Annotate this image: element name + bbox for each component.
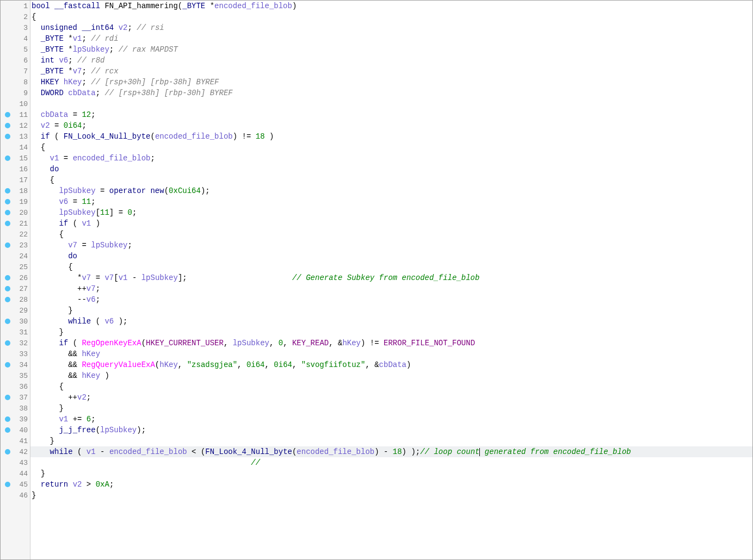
code-line[interactable]: --v6; <box>30 294 752 305</box>
code-line[interactable]: { <box>30 262 752 272</box>
gutter-line[interactable]: 15 <box>1 153 30 164</box>
breakpoint-icon[interactable] <box>5 188 10 194</box>
gutter-line[interactable]: 24 <box>1 251 30 262</box>
code-line[interactable]: if ( RegOpenKeyExA(HKEY_CURRENT_USER, lp… <box>30 338 752 349</box>
code-line[interactable]: v7 = lpSubkey; <box>30 240 752 251</box>
code-line[interactable]: HKEY hKey; // [rsp+30h] [rbp-38h] BYREF <box>30 77 752 88</box>
code-area[interactable]: bool __fastcall FN_API_hammering(_BYTE *… <box>30 1 752 559</box>
code-line[interactable]: { <box>30 229 752 240</box>
breakpoint-icon[interactable] <box>5 319 10 324</box>
code-line[interactable]: int v6; // r8d <box>30 55 752 66</box>
code-line[interactable]: lpSubkey[11] = 0; <box>30 207 752 218</box>
code-line[interactable] <box>30 98 752 109</box>
code-line[interactable]: } <box>30 468 752 479</box>
code-line[interactable]: do <box>30 251 752 262</box>
code-line[interactable]: { <box>30 142 752 153</box>
code-line[interactable]: v6 = 11; <box>30 196 752 207</box>
breakpoint-icon[interactable] <box>5 482 10 487</box>
code-line[interactable]: } <box>30 305 752 316</box>
code-line[interactable]: v2 = 0i64; <box>30 120 752 131</box>
gutter-line[interactable]: 16 <box>1 164 30 175</box>
code-line[interactable]: *v7 = v7[v1 - lpSubkey]; // Generate Sub… <box>30 272 752 283</box>
breakpoint-icon[interactable] <box>5 427 10 433</box>
breakpoint-icon[interactable] <box>5 242 10 248</box>
gutter-line[interactable]: 7 <box>1 66 30 77</box>
gutter-line[interactable]: 41 <box>1 435 30 446</box>
gutter-line[interactable]: 14 <box>1 142 30 153</box>
code-line[interactable]: while ( v1 - encoded_file_blob < (FN_Loo… <box>30 446 752 457</box>
gutter-line[interactable]: 9 <box>1 88 30 98</box>
gutter-line[interactable]: 44 <box>1 468 30 479</box>
gutter-line[interactable]: 36 <box>1 381 30 392</box>
code-line[interactable]: { <box>30 11 752 22</box>
gutter-line[interactable]: 35 <box>1 370 30 381</box>
code-line[interactable]: if ( FN_Look_4_Null_byte(encoded_file_bl… <box>30 131 752 142</box>
breakpoint-icon[interactable] <box>5 416 10 422</box>
gutter-line[interactable]: 26 <box>1 272 30 283</box>
code-line[interactable]: } <box>30 403 752 414</box>
code-line[interactable]: } <box>30 435 752 446</box>
code-line[interactable]: && RegQueryValueExA(hKey, "zsadsgjea", 0… <box>30 359 752 370</box>
code-line[interactable]: ++v2; <box>30 392 752 403</box>
code-line[interactable]: _BYTE *v7; // rcx <box>30 66 752 77</box>
line-gutter[interactable]: 1234567891011121314151617181920212223242… <box>1 1 30 559</box>
gutter-line[interactable]: 10 <box>1 98 30 109</box>
gutter-line[interactable]: 18 <box>1 185 30 196</box>
gutter-line[interactable]: 40 <box>1 425 30 435</box>
breakpoint-icon[interactable] <box>5 449 10 455</box>
gutter-line[interactable]: 34 <box>1 359 30 370</box>
breakpoint-icon[interactable] <box>5 112 10 117</box>
gutter-line[interactable]: 2 <box>1 11 30 22</box>
gutter-line[interactable]: 13 <box>1 131 30 142</box>
gutter-line[interactable]: 32 <box>1 338 30 349</box>
gutter-line[interactable]: 27 <box>1 283 30 294</box>
gutter-line[interactable]: 11 <box>1 109 30 120</box>
gutter-line[interactable]: 43 <box>1 457 30 468</box>
code-line[interactable]: j_j_free(lpSubkey); <box>30 425 752 435</box>
gutter-line[interactable]: 28 <box>1 294 30 305</box>
code-line[interactable]: { <box>30 175 752 185</box>
gutter-line[interactable]: 22 <box>1 229 30 240</box>
breakpoint-icon[interactable] <box>5 155 10 161</box>
gutter-line[interactable]: 46 <box>1 490 30 501</box>
breakpoint-icon[interactable] <box>5 123 10 128</box>
breakpoint-icon[interactable] <box>5 275 10 281</box>
gutter-line[interactable]: 21 <box>1 218 30 229</box>
code-line[interactable]: bool __fastcall FN_API_hammering(_BYTE *… <box>30 1 752 11</box>
breakpoint-icon[interactable] <box>5 210 10 215</box>
code-line[interactable]: _BYTE *v1; // rdi <box>30 33 752 44</box>
code-line[interactable]: ++v7; <box>30 283 752 294</box>
gutter-line[interactable]: 45 <box>1 479 30 490</box>
breakpoint-icon[interactable] <box>5 221 10 226</box>
code-line[interactable]: } <box>30 490 752 501</box>
code-line[interactable]: return v2 > 0xA; <box>30 479 752 490</box>
breakpoint-icon[interactable] <box>5 286 10 291</box>
code-line[interactable]: cbData = 12; <box>30 109 752 120</box>
code-line[interactable]: unsigned __int64 v2; // rsi <box>30 22 752 33</box>
gutter-line[interactable]: 20 <box>1 207 30 218</box>
code-line[interactable]: && hKey <box>30 349 752 359</box>
gutter-line[interactable]: 25 <box>1 262 30 272</box>
gutter-line[interactable]: 39 <box>1 414 30 425</box>
breakpoint-icon[interactable] <box>5 340 10 346</box>
code-line[interactable]: } <box>30 327 752 338</box>
code-line[interactable]: _BYTE *lpSubkey; // rax MAPDST <box>30 44 752 55</box>
code-line[interactable]: while ( v6 ); <box>30 316 752 327</box>
gutter-line[interactable]: 30 <box>1 316 30 327</box>
gutter-line[interactable]: 6 <box>1 55 30 66</box>
code-line[interactable]: lpSubkey = operator new(0xCui64); <box>30 185 752 196</box>
gutter-line[interactable]: 23 <box>1 240 30 251</box>
code-line[interactable]: do <box>30 164 752 175</box>
gutter-line[interactable]: 29 <box>1 305 30 316</box>
gutter-line[interactable]: 12 <box>1 120 30 131</box>
gutter-line[interactable]: 31 <box>1 327 30 338</box>
breakpoint-icon[interactable] <box>5 134 10 139</box>
gutter-line[interactable]: 4 <box>1 33 30 44</box>
gutter-line[interactable]: 19 <box>1 196 30 207</box>
gutter-line[interactable]: 1 <box>1 1 30 11</box>
gutter-line[interactable]: 8 <box>1 77 30 88</box>
gutter-line[interactable]: 37 <box>1 392 30 403</box>
code-line[interactable]: { <box>30 381 752 392</box>
gutter-line[interactable]: 5 <box>1 44 30 55</box>
breakpoint-icon[interactable] <box>5 395 10 400</box>
